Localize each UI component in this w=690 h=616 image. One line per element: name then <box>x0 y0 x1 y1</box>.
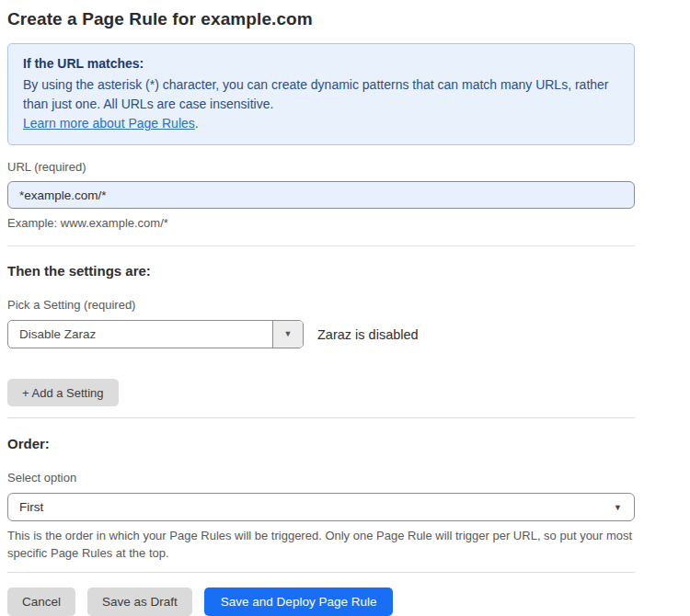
footer-divider <box>7 572 635 573</box>
save-deploy-button[interactable]: Save and Deploy Page Rule <box>204 587 394 616</box>
setting-picker-row: Disable Zaraz ▼ Zaraz is disabled <box>7 320 635 348</box>
order-helper-text: This is the order in which your Page Rul… <box>7 527 635 562</box>
chevron-down-icon: ▼ <box>284 330 293 338</box>
order-select[interactable]: First ▼ <box>7 493 635 521</box>
info-box-link-line: Learn more about Page Rules. <box>23 114 619 133</box>
url-input[interactable] <box>7 181 635 209</box>
form-actions: Cancel Save as Draft Save and Deploy Pag… <box>7 587 635 616</box>
link-period: . <box>195 116 199 131</box>
save-draft-button[interactable]: Save as Draft <box>87 587 192 616</box>
setting-dropdown[interactable]: Disable Zaraz ▼ <box>7 320 304 348</box>
setting-status-text: Zaraz is disabled <box>317 327 419 342</box>
learn-more-link[interactable]: Learn more about Page Rules <box>23 116 195 131</box>
order-section-heading: Order: <box>7 436 635 451</box>
section-divider <box>7 417 635 418</box>
setting-dropdown-arrow-button[interactable]: ▼ <box>272 321 303 348</box>
pick-setting-label: Pick a Setting (required) <box>7 298 635 312</box>
section-divider <box>7 245 635 246</box>
info-box-body: By using the asterisk (*) character, you… <box>23 75 619 114</box>
info-box-heading: If the URL matches: <box>23 54 619 74</box>
order-select-value: First <box>19 500 43 514</box>
chevron-down-icon: ▼ <box>614 503 622 511</box>
url-field-label: URL (required) <box>7 160 635 174</box>
page-title: Create a Page Rule for example.com <box>7 9 635 29</box>
settings-section-heading: Then the settings are: <box>7 263 635 279</box>
order-select-label: Select option <box>7 471 635 485</box>
setting-dropdown-value: Disable Zaraz <box>8 321 272 348</box>
cancel-button[interactable]: Cancel <box>7 587 75 616</box>
add-setting-button[interactable]: + Add a Setting <box>7 379 119 406</box>
url-match-info-box: If the URL matches: By using the asteris… <box>7 43 635 145</box>
page-rule-form: Create a Page Rule for example.com If th… <box>7 0 635 616</box>
url-example-helper: Example: www.example.com/* <box>7 214 635 232</box>
